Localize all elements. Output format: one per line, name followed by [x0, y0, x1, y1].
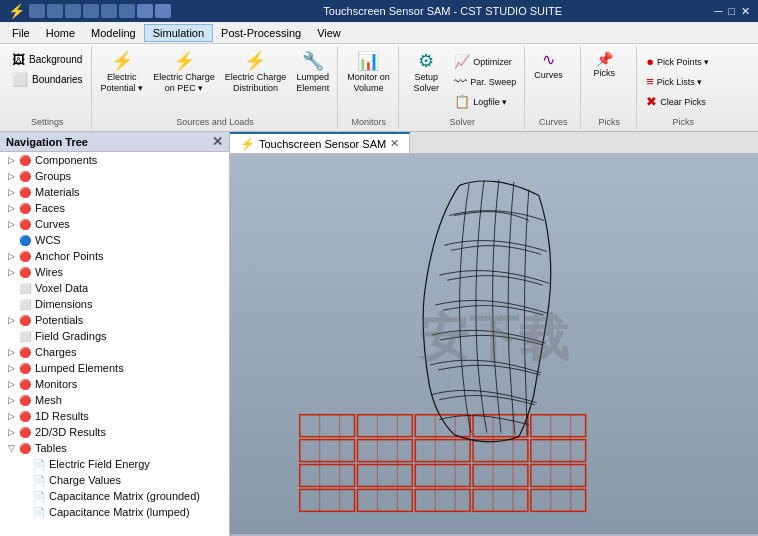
- curves-buttons: ∿ Curves: [530, 48, 576, 127]
- curves-tree-label: Curves: [35, 218, 70, 230]
- electric-potential-label: ElectricPotential ▾: [101, 72, 144, 94]
- monitor-volume-button[interactable]: 📊 Monitor onVolume: [343, 50, 394, 96]
- close-button[interactable]: ✕: [741, 5, 750, 18]
- setup-solver-button[interactable]: ⚙ SetupSolver: [404, 50, 448, 96]
- pick-points-button[interactable]: ● Pick Points ▾: [642, 52, 724, 71]
- tree-item-curves[interactable]: ▷ 🔴 Curves: [0, 216, 229, 232]
- tree-item-cap-matrix-grounded[interactable]: 📄 Capacitance Matrix (grounded): [0, 488, 229, 504]
- menu-modeling[interactable]: Modeling: [83, 25, 144, 41]
- menu-view[interactable]: View: [309, 25, 349, 41]
- lumped-element-button[interactable]: 🔧 LumpedElement: [292, 50, 333, 96]
- menu-simulation[interactable]: Simulation: [144, 24, 213, 42]
- tree-item-wcs[interactable]: 🔵 WCS: [0, 232, 229, 248]
- electric-potential-button[interactable]: ⚡ ElectricPotential ▾: [97, 50, 148, 96]
- tree-item-faces[interactable]: ▷ 🔴 Faces: [0, 200, 229, 216]
- tree-item-voxel[interactable]: ⬜ Voxel Data: [0, 280, 229, 296]
- efe-icon: 📄: [32, 457, 46, 471]
- pick-lists-icon: ≡: [646, 74, 654, 89]
- pick-lists-button[interactable]: ≡ Pick Lists ▾: [642, 72, 724, 91]
- toolbar-icon-6[interactable]: [119, 4, 135, 18]
- lumped-elements-icon: 🔴: [18, 361, 32, 375]
- electric-potential-icon: ⚡: [111, 52, 133, 70]
- par-sweep-icon: 〰: [454, 74, 467, 89]
- ribbon: 🖼 Background ⬜ Boundaries Settings ⚡ Ele…: [0, 44, 758, 132]
- tree-item-groups[interactable]: ▷ 🔴 Groups: [0, 168, 229, 184]
- toolbar-icon-2[interactable]: [47, 4, 63, 18]
- sources-buttons: ⚡ ElectricPotential ▾ ⚡ Electric Chargeo…: [97, 48, 334, 127]
- toolbar-icon-redo[interactable]: [155, 4, 171, 18]
- content-tabs: ⚡ Touchscreen Sensor SAM ✕: [230, 132, 758, 154]
- tree-item-components[interactable]: ▷ 🔴 Components: [0, 152, 229, 168]
- expand-groups: ▷: [4, 171, 18, 181]
- toolbar-icon-1[interactable]: [29, 4, 45, 18]
- menu-file[interactable]: File: [4, 25, 38, 41]
- picks-group-label: Picks: [582, 117, 636, 127]
- tree-item-tables[interactable]: ▽ 🔴 Tables: [0, 440, 229, 456]
- nav-tree-close-button[interactable]: ✕: [212, 134, 223, 149]
- tree-item-materials[interactable]: ▷ 🔴 Materials: [0, 184, 229, 200]
- pick-lists-label: Pick Lists ▾: [657, 77, 703, 87]
- tree-item-electric-field-energy[interactable]: 📄 Electric Field Energy: [0, 456, 229, 472]
- tables-icon: 🔴: [18, 441, 32, 455]
- tree-item-field-gradings[interactable]: ⬜ Field Gradings: [0, 328, 229, 344]
- lumped-elements-label: Lumped Elements: [35, 362, 124, 374]
- minimize-button[interactable]: ─: [715, 5, 723, 18]
- tree-item-wires[interactable]: ▷ 🔴 Wires: [0, 264, 229, 280]
- tree-item-cap-matrix-lumped[interactable]: 📄 Capacitance Matrix (lumped): [0, 504, 229, 520]
- tree-item-potentials[interactable]: ▷ 🔴 Potentials: [0, 312, 229, 328]
- toolbar-icon-3[interactable]: [65, 4, 81, 18]
- tree-item-anchor-points[interactable]: ▷ 🔴 Anchor Points: [0, 248, 229, 264]
- par-sweep-button[interactable]: 〰 Par. Sweep: [450, 72, 520, 91]
- par-sweep-label: Par. Sweep: [470, 77, 516, 87]
- wires-icon: 🔴: [18, 265, 32, 279]
- tree-item-charge-values[interactable]: 📄 Charge Values: [0, 472, 229, 488]
- maximize-button[interactable]: □: [728, 5, 735, 18]
- tree-item-2d3d-results[interactable]: ▷ 🔴 2D/3D Results: [0, 424, 229, 440]
- expand-charges: ▷: [4, 347, 18, 357]
- ribbon-group-settings: 🖼 Background ⬜ Boundaries Settings: [4, 46, 92, 129]
- tree-item-monitors[interactable]: ▷ 🔴 Monitors: [0, 376, 229, 392]
- wcs-label: WCS: [35, 234, 61, 246]
- 2d3d-results-icon: 🔴: [18, 425, 32, 439]
- tree-item-dimensions[interactable]: ⬜ Dimensions: [0, 296, 229, 312]
- expand-wires: ▷: [4, 267, 18, 277]
- mesh-icon: 🔴: [18, 393, 32, 407]
- content-tab-main[interactable]: ⚡ Touchscreen Sensor SAM ✕: [230, 132, 410, 153]
- tree-item-lumped-elements[interactable]: ▷ 🔴 Lumped Elements: [0, 360, 229, 376]
- toolbar-icon-4[interactable]: [83, 4, 99, 18]
- window-controls: ─ □ ✕: [715, 5, 750, 18]
- tab-close-button[interactable]: ✕: [390, 137, 399, 150]
- faces-icon: 🔴: [18, 201, 32, 215]
- tree-item-1d-results[interactable]: ▷ 🔴 1D Results: [0, 408, 229, 424]
- optimizer-button[interactable]: 📈 Optimizer: [450, 52, 520, 71]
- tree-item-mesh[interactable]: ▷ 🔴 Mesh: [0, 392, 229, 408]
- electric-charge-dist-button[interactable]: ⚡ Electric ChargeDistribution: [221, 50, 291, 96]
- nav-tree-title: Navigation Tree: [6, 136, 88, 148]
- menu-home[interactable]: Home: [38, 25, 83, 41]
- boundaries-button[interactable]: ⬜ Boundaries: [8, 70, 87, 89]
- viewport[interactable]: 安下载 🛍: [230, 154, 758, 536]
- background-button[interactable]: 🖼 Background: [8, 50, 87, 69]
- sources-group-label: Sources and Loads: [93, 117, 338, 127]
- tree-item-charges[interactable]: ▷ 🔴 Charges: [0, 344, 229, 360]
- toolbar-icon-undo[interactable]: [137, 4, 153, 18]
- picks-icon: 📌: [596, 52, 613, 66]
- background-icon: 🖼: [12, 52, 25, 67]
- expand-curves: ▷: [4, 219, 18, 229]
- monitors-tree-icon: 🔴: [18, 377, 32, 391]
- electric-charge-dist-icon: ⚡: [244, 52, 266, 70]
- voxel-label: Voxel Data: [35, 282, 88, 294]
- pick-options-group: ● Pick Points ▾ ≡ Pick Lists ▾ ✖ Clear P…: [642, 48, 724, 111]
- monitor-volume-label: Monitor onVolume: [347, 72, 390, 94]
- wires-label: Wires: [35, 266, 63, 278]
- tab-icon: ⚡: [240, 137, 255, 151]
- logfile-button[interactable]: 📋 Logfile ▾: [450, 92, 520, 111]
- picks-button[interactable]: 📌 Picks: [586, 50, 622, 81]
- menu-post-processing[interactable]: Post-Processing: [213, 25, 309, 41]
- pick-points-icon: ●: [646, 54, 654, 69]
- curves-button[interactable]: ∿ Curves: [530, 50, 567, 83]
- ribbon-group-pick-options: ● Pick Points ▾ ≡ Pick Lists ▾ ✖ Clear P…: [638, 46, 728, 129]
- electric-charge-pec-button[interactable]: ⚡ Electric Chargeon PEC ▾: [149, 50, 219, 96]
- toolbar-icon-5[interactable]: [101, 4, 117, 18]
- clear-picks-button[interactable]: ✖ Clear Picks: [642, 92, 724, 111]
